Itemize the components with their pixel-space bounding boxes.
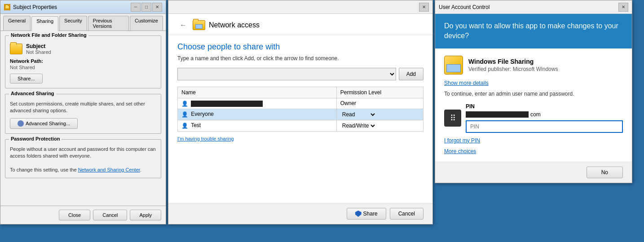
network-sharing-center-link[interactable]: Network and Sharing Center [78,167,140,172]
tab-customize[interactable]: Customize [130,16,163,31]
user-icon: 👤 [181,101,188,107]
choose-people-title: Choose people to share with [177,42,423,52]
more-choices-link[interactable]: More choices [444,148,623,154]
uac-user-redacted: com [466,111,623,118]
advanced-sharing-section: Advanced Sharing Set custom permissions,… [5,94,161,134]
uac-app-info: Windows File Sharing Verified publisher:… [468,58,558,72]
advanced-sharing-btn-label: Advanced Sharing... [26,121,70,126]
subject-properties-icon [4,4,10,10]
user-redacted-bar [466,111,529,118]
everyone-permission-select[interactable]: Read Read/Write Remove [340,111,376,118]
close-button[interactable]: Close [59,210,90,220]
tab-security[interactable]: Security [59,16,87,31]
folder-status: Not Shared [26,49,51,55]
network-access-title: Network access [209,21,260,29]
network-access-titlebar: ✕ [168,0,432,14]
folder-row: Subject Not Shared [10,43,156,55]
user-icon: 👤 [181,111,188,118]
net-close-button[interactable]: ✕ [419,3,429,12]
advanced-sharing-desc: Set custom permissions, create multiple … [10,101,156,114]
network-icon [193,20,205,30]
permissions-table: Name Permission Level 👤 Owner 👤 [177,87,423,132]
minimize-button[interactable]: ─ [131,3,141,12]
pin-label: PIN [466,103,623,110]
permission-column-header: Permission Level [336,87,423,98]
net-titlebar-controls: ✕ [419,3,429,12]
test-permission-cell: Read Read/Write Remove [336,120,423,131]
redacted-name [191,101,263,107]
table-row-everyone[interactable]: 👤 Everyone Read Read/Write Remove [178,109,423,120]
subject-properties-title: Subject Properties [13,4,131,10]
network-access-dialog: ✕ ← Network access Choose people to shar… [168,0,433,224]
uac-window-title: User Account Control [439,4,618,10]
uac-header: Do you want to allow this app to make ch… [435,14,632,48]
pin-input[interactable] [466,120,623,133]
folder-icon [10,44,22,54]
tabs-bar: General Sharing Security Previous Versio… [0,14,166,31]
name-column-header: Name [178,87,337,98]
uac-dialog: User Account Control ✕ Do you want to al… [435,0,632,183]
titlebar-controls: ─ □ ✕ [131,3,162,12]
table-row-test: 👤 Test Read Read/Write Remove [178,120,423,131]
user-icon: 👤 [181,123,188,129]
uac-footer: No [435,162,632,183]
trouble-sharing-link[interactable]: I'm having trouble sharing [177,136,423,141]
user-suffix: com [530,111,541,118]
uac-titlebar-controls: ✕ [618,3,628,12]
uac-continue-desc: To continue, enter an admin user name an… [444,91,623,97]
everyone-permission-cell: Read Read/Write Remove [336,109,423,120]
cancel-button[interactable]: Cancel [93,210,127,220]
user-name-cell: 👤 [178,98,337,109]
add-person-row: Add [177,68,423,80]
network-access-footer: Share Cancel [168,203,432,224]
shield-icon [355,211,362,217]
back-button[interactable]: ← [177,19,189,31]
uac-close-button[interactable]: ✕ [618,3,628,12]
password-desc: People without a user account and passwo… [10,146,156,174]
password-protection-section: Password Protection People without a use… [5,139,161,179]
network-path-label: Network Path: [10,58,156,64]
sharing-tab-content: Network File and Folder Sharing Subject … [0,31,166,206]
folder-info: Subject Not Shared [26,43,51,55]
subject-properties-footer: Close Cancel Apply [0,206,166,224]
uac-credential-row: ⠿ PIN com [444,103,623,133]
close-button[interactable]: ✕ [152,3,162,12]
tab-general[interactable]: General [3,16,31,31]
network-file-folder-title: Network File and Folder Sharing [9,32,88,38]
tab-previous-versions[interactable]: Previous Versions [88,16,129,31]
network-access-body: Choose people to share with Type a name … [168,35,432,203]
test-name-cell: 👤 Test [178,120,337,131]
network-icon-inner [195,24,203,29]
subject-properties-titlebar: Subject Properties ─ □ ✕ [0,0,166,14]
person-dropdown[interactable] [177,68,396,80]
forgot-pin-link[interactable]: I forgot my PIN [444,137,623,144]
subject-properties-dialog: Subject Properties ─ □ ✕ General Sharing… [0,0,166,224]
advanced-sharing-button[interactable]: Advanced Sharing... [10,118,78,129]
share-button[interactable]: Share... [10,74,43,84]
uac-app-row: Windows File Sharing Verified publisher:… [444,56,623,75]
tab-sharing[interactable]: Sharing [31,16,58,31]
show-more-link[interactable]: Show more details [444,80,623,86]
uac-body: Windows File Sharing Verified publisher:… [435,48,632,162]
network-path-value: Not Shared [10,65,156,70]
folder-name: Subject [26,43,51,49]
uac-pin-section: PIN com [466,103,623,133]
pin-icon: ⠿ [444,110,461,127]
test-permission-select[interactable]: Read Read/Write Remove [340,122,376,129]
permission-cell: Owner [336,98,423,109]
maximize-button[interactable]: □ [141,3,151,12]
add-button[interactable]: Add [399,68,423,80]
uac-publisher: Verified publisher: Microsoft Windows [468,66,558,72]
apply-button[interactable]: Apply [130,210,161,220]
no-button[interactable]: No [587,167,623,178]
everyone-name-cell: 👤 Everyone [178,109,337,120]
uac-question: Do you want to allow this app to make ch… [444,21,623,41]
password-protection-title: Password Protection [9,136,62,141]
network-access-header: ← Network access [168,14,432,35]
share-button[interactable]: Share [347,208,386,220]
choose-people-desc: Type a name and then click Add, or click… [177,55,423,62]
uac-app-icon [444,56,463,75]
shield-btn-icon [18,120,24,127]
cancel-button[interactable]: Cancel [390,208,423,220]
table-row: 👤 Owner [178,98,423,109]
